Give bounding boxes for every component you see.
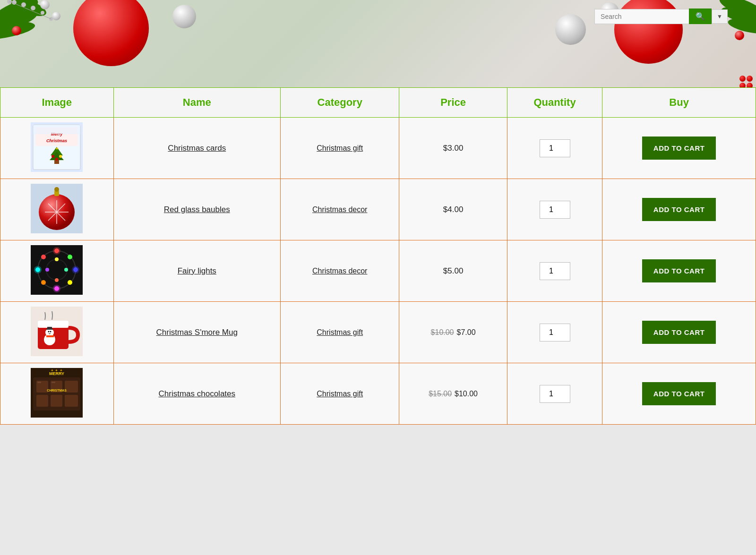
svg-text:CHRISTMAS: CHRISTMAS bbox=[47, 389, 67, 392]
svg-point-24 bbox=[52, 155, 54, 158]
product-quantity-cell-christmas-chocolates bbox=[507, 363, 602, 425]
product-quantity-cell-christmas-smores-mug bbox=[507, 302, 602, 363]
product-name-link-christmas-cards[interactable]: Christmas cards bbox=[168, 144, 226, 153]
svg-rect-62 bbox=[46, 329, 53, 330]
buy-cell-fairy-lights: ADD TO CART bbox=[602, 240, 756, 302]
product-price-christmas-chocolates: $15.00$10.00 bbox=[399, 363, 507, 425]
price-value: $4.00 bbox=[443, 205, 464, 214]
category-link-fairy-lights[interactable]: Christmas decor bbox=[312, 267, 367, 275]
svg-point-60 bbox=[50, 331, 52, 333]
product-category-christmas-chocolates: Christmas gift bbox=[281, 363, 399, 425]
svg-rect-21 bbox=[54, 160, 59, 164]
svg-rect-71 bbox=[65, 395, 78, 407]
product-quantity-cell-fairy-lights bbox=[507, 240, 602, 302]
quantity-input-christmas-cards[interactable] bbox=[540, 139, 570, 157]
svg-point-44 bbox=[41, 255, 46, 259]
banner-ornament-small-red-right bbox=[735, 31, 744, 40]
svg-point-38 bbox=[68, 255, 72, 259]
banner-ornament-silver-small bbox=[40, 0, 50, 9]
product-table-wrapper: Image Name Category Price Quantity Buy M… bbox=[0, 87, 756, 425]
col-header-name: Name bbox=[113, 88, 281, 118]
search-input[interactable] bbox=[594, 9, 689, 24]
svg-point-50 bbox=[53, 247, 60, 255]
product-category-christmas-smores-mug: Christmas gift bbox=[281, 302, 399, 363]
svg-point-42 bbox=[41, 280, 46, 285]
svg-rect-56 bbox=[38, 321, 69, 328]
add-to-cart-button-christmas-cards[interactable]: ADD TO CART bbox=[642, 137, 716, 160]
svg-point-47 bbox=[64, 268, 68, 272]
product-name-christmas-chocolates: Christmas chocolates bbox=[113, 363, 281, 425]
svg-text:★: ★ bbox=[55, 146, 59, 151]
product-price-christmas-smores-mug: $10.00$7.00 bbox=[399, 302, 507, 363]
svg-rect-75 bbox=[37, 382, 41, 383]
svg-point-51 bbox=[72, 266, 79, 273]
svg-point-6 bbox=[31, 6, 35, 10]
product-name-link-christmas-chocolates[interactable]: Christmas chocolates bbox=[159, 389, 236, 398]
svg-rect-22 bbox=[33, 125, 80, 134]
col-header-image: Image bbox=[0, 88, 114, 118]
svg-text:✦ ✦ ✦: ✦ ✦ ✦ bbox=[51, 368, 63, 373]
buy-cell-christmas-chocolates: ADD TO CART bbox=[602, 363, 756, 425]
quantity-input-christmas-smores-mug[interactable] bbox=[540, 324, 570, 342]
search-button[interactable]: 🔍 bbox=[689, 9, 712, 24]
svg-point-46 bbox=[55, 257, 59, 261]
price-new: $7.00 bbox=[457, 328, 476, 336]
svg-point-52 bbox=[53, 285, 60, 292]
berry-cluster bbox=[739, 76, 754, 87]
product-price-fairy-lights: $5.00 bbox=[399, 240, 507, 302]
product-quantity-cell-christmas-cards bbox=[507, 118, 602, 179]
quantity-input-fairy-lights[interactable] bbox=[540, 262, 570, 280]
col-header-buy: Buy bbox=[602, 88, 756, 118]
svg-rect-68 bbox=[65, 381, 78, 393]
svg-point-5 bbox=[21, 2, 26, 7]
category-link-christmas-smores-mug[interactable]: Christmas gift bbox=[317, 328, 363, 336]
svg-rect-76 bbox=[52, 382, 55, 383]
buy-cell-red-glass-baubles: ADD TO CART bbox=[602, 179, 756, 240]
quantity-input-christmas-chocolates[interactable] bbox=[540, 385, 570, 403]
svg-point-53 bbox=[34, 266, 42, 273]
search-bar: 🔍 ▼ bbox=[594, 9, 728, 24]
product-price-christmas-cards: $3.00 bbox=[399, 118, 507, 179]
banner-ornament-silver-2 bbox=[555, 14, 586, 45]
svg-point-26 bbox=[55, 158, 58, 161]
product-image-red-glass-baubles bbox=[0, 179, 114, 240]
table-row: Red glass baublesChristmas decor$4.00ADD… bbox=[0, 179, 756, 240]
product-quantity-cell-red-glass-baubles bbox=[507, 179, 602, 240]
svg-rect-69 bbox=[36, 395, 48, 407]
add-to-cart-button-christmas-chocolates[interactable]: ADD TO CART bbox=[642, 382, 716, 405]
search-dropdown-button[interactable]: ▼ bbox=[712, 9, 728, 24]
pine-left-decoration bbox=[0, 0, 76, 45]
table-row: Fairy lightsChristmas decor$5.00ADD TO C… bbox=[0, 240, 756, 302]
price-value: $5.00 bbox=[443, 266, 464, 275]
banner: 🔍 ▼ bbox=[0, 0, 756, 87]
svg-point-49 bbox=[45, 268, 49, 272]
svg-text:Christmas: Christmas bbox=[46, 138, 67, 143]
table-row: Merry Christmas ★ Christmas cardsChristm… bbox=[0, 118, 756, 179]
banner-ornament-small-red-left bbox=[12, 26, 21, 35]
quantity-input-red-glass-baubles[interactable] bbox=[540, 201, 570, 219]
category-link-christmas-chocolates[interactable]: Christmas gift bbox=[317, 390, 363, 398]
product-name-link-red-glass-baubles[interactable]: Red glass baubles bbox=[164, 205, 230, 214]
svg-rect-63 bbox=[46, 335, 54, 337]
product-category-red-glass-baubles: Christmas decor bbox=[281, 179, 399, 240]
buy-cell-christmas-smores-mug: ADD TO CART bbox=[602, 302, 756, 363]
add-to-cart-button-red-glass-baubles[interactable]: ADD TO CART bbox=[642, 198, 716, 221]
product-name-link-christmas-smores-mug[interactable]: Christmas S'more Mug bbox=[156, 328, 238, 337]
category-link-christmas-cards[interactable]: Christmas gift bbox=[317, 144, 363, 152]
product-image-christmas-cards: Merry Christmas ★ bbox=[0, 118, 114, 179]
table-row: MERRY ✦ ✦ ✦ CHRISTMAS Christmas chocolat… bbox=[0, 363, 756, 425]
product-name-christmas-cards: Christmas cards bbox=[113, 118, 281, 179]
add-to-cart-button-fairy-lights[interactable]: ADD TO CART bbox=[642, 259, 716, 282]
product-image-fairy-lights bbox=[0, 240, 114, 302]
category-link-red-glass-baubles[interactable]: Christmas decor bbox=[312, 205, 367, 213]
product-category-fairy-lights: Christmas decor bbox=[281, 240, 399, 302]
product-table: Image Name Category Price Quantity Buy M… bbox=[0, 87, 756, 425]
add-to-cart-button-christmas-smores-mug[interactable]: ADD TO CART bbox=[642, 321, 716, 344]
price-old: $15.00 bbox=[429, 390, 452, 398]
product-name-christmas-smores-mug: Christmas S'more Mug bbox=[113, 302, 281, 363]
banner-ornament-red-left bbox=[73, 0, 149, 66]
product-name-link-fairy-lights[interactable]: Fairy lights bbox=[178, 266, 216, 275]
svg-point-40 bbox=[68, 280, 72, 285]
col-header-quantity: Quantity bbox=[507, 88, 602, 118]
product-price-red-glass-baubles: $4.00 bbox=[399, 179, 507, 240]
